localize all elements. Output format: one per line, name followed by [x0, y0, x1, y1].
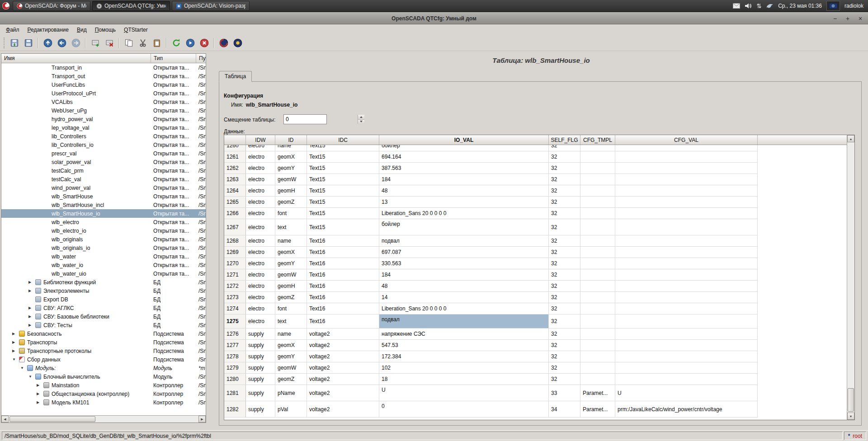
cell-idw[interactable]: supply — [246, 374, 275, 385]
cell-cfg_tmpl[interactable] — [580, 281, 615, 292]
tree-item[interactable]: VCALibsОткрытая та.../Sn — [1, 98, 206, 106]
cell-self_flg[interactable]: 32 — [549, 269, 580, 281]
cell-idc[interactable]: Text16 — [307, 235, 379, 247]
tree-hscroll-slider[interactable] — [9, 416, 95, 422]
cell-id[interactable]: geomW — [275, 174, 307, 185]
row-header[interactable]: 1282 — [224, 401, 246, 418]
cell-self_flg[interactable]: 32 — [549, 303, 580, 314]
table-vscroll-slider[interactable] — [848, 388, 854, 412]
cell-io_val[interactable]: 697.087 — [379, 247, 549, 258]
cell-id[interactable]: geomZ — [275, 197, 307, 208]
cell-idc[interactable]: Text16 — [307, 292, 379, 303]
cell-cfg_tmpl[interactable]: Paramet... — [580, 401, 615, 418]
expander-closed-icon[interactable]: ▶ — [28, 304, 35, 312]
cell-idw[interactable]: electro — [246, 235, 275, 247]
tree-item[interactable]: wlb_electro_ioОткрытая та.../Sn — [1, 226, 206, 235]
row-header[interactable]: 1275 — [224, 314, 246, 328]
row-header[interactable]: 1264 — [224, 185, 246, 197]
cell-cfg_val[interactable] — [615, 258, 758, 269]
taskbar-item[interactable]: OpenSCADA QTCfg: Умный... — [92, 1, 170, 11]
close-button[interactable] — [857, 15, 863, 22]
cell-id[interactable]: geomH — [275, 185, 307, 197]
tree-item[interactable]: hydro_power_valОткрытая та.../Sn — [1, 115, 206, 123]
cell-cfg_val[interactable] — [615, 292, 758, 303]
cell-self_flg[interactable]: 32 — [549, 151, 580, 163]
column-header-IO_VAL[interactable]: IO_VAL — [379, 135, 549, 145]
tree-item[interactable]: ▶СВУ: Базовые библиотекиБД/Sn — [1, 312, 206, 321]
cell-io_val[interactable]: 184 — [379, 269, 549, 281]
tree-item[interactable]: WebUser_uPgОткрытая та.../Sn — [1, 106, 206, 115]
tree-item[interactable]: testCalc_prmОткрытая та.../Sn — [1, 166, 206, 175]
cell-id[interactable]: pVal — [275, 401, 307, 418]
tree-item[interactable]: ▶MainstationКонтроллер/Sn — [1, 381, 206, 389]
table-row[interactable]: 1275electrotextText16подвал32 — [224, 314, 847, 328]
column-header-path[interactable]: Пут — [196, 54, 206, 63]
tree-item[interactable]: wlb_waterОткрытая та.../Sn — [1, 252, 206, 261]
expander-open-icon[interactable]: ▼ — [20, 364, 27, 372]
expander-closed-icon[interactable]: ▶ — [37, 398, 43, 407]
scroll-right-button[interactable]: ▶ — [198, 416, 206, 422]
scroll-up-button[interactable]: ▲ — [847, 135, 854, 142]
tree-item[interactable]: wind_power_valОткрытая та.../Sn — [1, 183, 206, 192]
row-header[interactable]: 1281 — [224, 385, 246, 401]
paste-item-button[interactable] — [151, 37, 163, 49]
row-header[interactable]: 1280 — [224, 374, 246, 385]
row-header[interactable]: 1267 — [224, 219, 246, 235]
tree-item[interactable]: wlb_SmartHouse_ioОткрытая та.../Sn — [1, 209, 206, 218]
menu-item[interactable]: Файл — [2, 25, 24, 34]
table-row[interactable]: 1271electrogeomWText1618432 — [224, 269, 847, 281]
tree-item[interactable]: ▶ЭлектроэлементыБД/Sn — [1, 286, 206, 295]
column-header-IDC[interactable]: IDC — [307, 135, 379, 145]
row-header[interactable]: 1265 — [224, 197, 246, 208]
row-header[interactable]: 1269 — [224, 247, 246, 258]
cell-self_flg[interactable]: 33 — [549, 385, 580, 401]
cell-io_val[interactable]: подвал — [379, 235, 549, 247]
cell-idc[interactable]: voltage2 — [307, 362, 379, 374]
scroll-down-button[interactable]: ▼ — [847, 413, 854, 420]
table-row[interactable]: 1261electrogeomXText15694.16432 — [224, 151, 847, 163]
cell-cfg_tmpl[interactable] — [580, 269, 615, 281]
row-header[interactable]: 1260 — [224, 145, 246, 151]
tree-item[interactable]: UserFuncLibsОткрытая та.../Sn — [1, 80, 206, 89]
cell-idc[interactable]: Text15 — [307, 219, 379, 235]
table-vscrollbar[interactable]: ▲ ▼ — [847, 135, 854, 420]
cell-cfg_val[interactable] — [615, 235, 758, 247]
cell-cfg_tmpl[interactable] — [580, 145, 615, 151]
cell-cfg_tmpl[interactable] — [580, 163, 615, 174]
tree-item[interactable]: prescr_valОткрытая та.../Sn — [1, 149, 206, 158]
cell-id[interactable]: geomY — [275, 163, 307, 174]
cell-cfg_val[interactable] — [615, 328, 758, 340]
vision-launcher-button[interactable] — [231, 37, 244, 49]
cell-id[interactable]: font — [275, 303, 307, 314]
table-row[interactable]: 1267electrotextText15бойлер32 — [224, 219, 847, 235]
column-header-ID[interactable]: ID — [275, 135, 307, 145]
cell-idc[interactable]: Text16 — [307, 314, 379, 328]
bird-icon[interactable] — [766, 3, 774, 9]
tree-item[interactable]: UserProtocol_uPrtОткрытая та.../Sn — [1, 89, 206, 98]
cell-cfg_tmpl[interactable] — [580, 340, 615, 351]
expander-closed-icon[interactable]: ▶ — [12, 329, 19, 338]
cell-self_flg[interactable]: 32 — [549, 174, 580, 185]
cell-self_flg[interactable]: 32 — [549, 351, 580, 362]
cell-id[interactable]: text — [275, 219, 307, 235]
cell-idw[interactable]: supply — [246, 328, 275, 340]
tree-hscrollbar[interactable]: ◀ ▶ — [1, 415, 206, 422]
cell-io_val[interactable]: подвал — [379, 314, 549, 328]
tree-item[interactable]: wlb_water_uioОткрытая та.../Sn — [1, 269, 206, 278]
tree-item[interactable]: wlb_water_ioОткрытая та.../Sn — [1, 261, 206, 269]
cell-idw[interactable]: electro — [246, 197, 275, 208]
cell-idc[interactable]: Text15 — [307, 151, 379, 163]
cell-io_val[interactable]: 13 — [379, 197, 549, 208]
cell-idw[interactable]: supply — [246, 340, 275, 351]
cell-id[interactable]: geomX — [275, 247, 307, 258]
cell-io_val[interactable]: 102 — [379, 362, 549, 374]
expander-closed-icon[interactable]: ▶ — [12, 338, 19, 347]
updown-arrows-icon[interactable] — [756, 3, 762, 9]
mail-icon[interactable] — [733, 3, 740, 9]
cell-self_flg[interactable]: 32 — [549, 314, 580, 328]
cell-id[interactable]: name — [275, 145, 307, 151]
expander-closed-icon[interactable]: ▶ — [37, 389, 43, 398]
expander-open-icon[interactable]: ▼ — [28, 372, 35, 381]
cell-self_flg[interactable]: 34 — [549, 401, 580, 418]
cell-cfg_val[interactable] — [615, 247, 758, 258]
